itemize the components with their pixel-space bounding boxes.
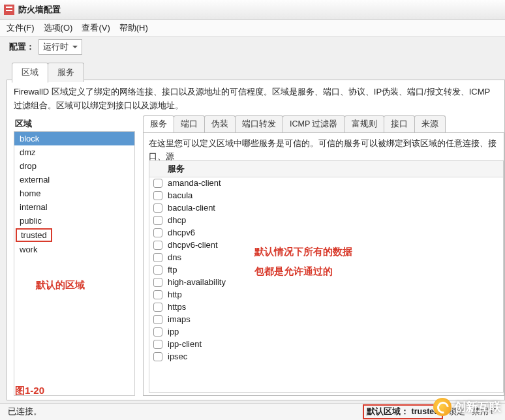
service-row[interactable]: http <box>149 288 503 301</box>
service-row[interactable]: bacula-client <box>149 202 503 214</box>
service-name: bacula-client <box>168 203 215 213</box>
service-name: bacula <box>168 190 192 200</box>
service-side: 服务 端口 伪装 端口转发 ICMP 过滤器 富规则 接口 来源 在这里您可以定… <box>143 115 504 396</box>
status-default-zone: 默认区域： trusted <box>363 404 443 419</box>
service-checkbox[interactable] <box>153 253 162 262</box>
status-lock-button[interactable]: 锁定 <box>447 406 467 418</box>
inner-tabs: 服务 端口 伪装 端口转发 ICMP 过滤器 富规则 接口 来源 <box>143 115 504 133</box>
service-name: high-availability <box>168 277 226 287</box>
service-row[interactable]: amanda-client <box>149 177 503 189</box>
inner-tab-services[interactable]: 服务 <box>143 115 174 134</box>
tab-zones[interactable]: 区域 <box>12 63 48 83</box>
service-checkbox[interactable] <box>153 315 162 324</box>
zone-description: FirewallD 区域定义了绑定的网络连接、接口以及源地址的可信程度。区域是服… <box>14 85 498 113</box>
service-name: https <box>168 302 186 312</box>
menu-bar: 文件(F) 选项(O) 查看(V) 帮助(H) <box>0 20 505 37</box>
config-toolbar: 配置： 运行时 <box>0 37 505 57</box>
title-bar: 防火墙配置 <box>0 0 505 20</box>
inner-tab-rich-rules[interactable]: 富规则 <box>344 115 384 133</box>
zone-item-internal[interactable]: internal <box>14 200 134 214</box>
zones-panel: FirewallD 区域定义了绑定的网络连接、接口以及源地址的可信程度。区域是服… <box>7 80 505 400</box>
tab-services[interactable]: 服务 <box>48 63 84 82</box>
zone-item-home[interactable]: home <box>14 187 134 200</box>
service-name: amanda-client <box>168 178 221 188</box>
zone-item-drop[interactable]: drop <box>14 159 134 173</box>
service-checkbox[interactable] <box>153 228 162 237</box>
inner-tab-icmp-filter[interactable]: ICMP 过滤器 <box>283 115 345 133</box>
inner-tab-masquerade[interactable]: 伪装 <box>204 115 236 133</box>
zone-list[interactable]: blockdmzdropexternalhomeinternalpublictr… <box>14 131 135 396</box>
service-row[interactable]: dns <box>149 251 503 263</box>
status-bar: 已连接。 默认区域： trusted 锁定 禁用 F <box>0 403 505 420</box>
status-disable-button[interactable]: 禁用 F <box>470 406 497 418</box>
service-checkbox[interactable] <box>153 278 162 287</box>
config-select-value: 运行时 <box>43 41 69 53</box>
app-title: 防火墙配置 <box>18 4 61 16</box>
config-label: 配置： <box>9 41 35 53</box>
app-icon <box>4 5 14 15</box>
service-name: dhcpv6 <box>168 228 195 237</box>
service-row[interactable]: ipp-client <box>149 338 503 350</box>
config-select[interactable]: 运行时 <box>38 39 82 55</box>
service-checkbox[interactable] <box>153 191 162 200</box>
service-checkbox[interactable] <box>153 303 162 312</box>
menu-options[interactable]: 选项(O) <box>44 22 73 34</box>
service-row[interactable]: ipp <box>149 325 503 338</box>
inner-tab-interfaces[interactable]: 接口 <box>384 115 415 133</box>
service-name: ipp-client <box>168 339 202 349</box>
service-checkbox[interactable] <box>153 265 162 275</box>
zone-item-external[interactable]: external <box>14 173 134 187</box>
zone-side: 区域 blockdmzdropexternalhomeinternalpubli… <box>14 115 135 396</box>
service-name: ipsec <box>168 352 187 361</box>
service-checkbox[interactable] <box>153 216 162 225</box>
zone-item-public[interactable]: public <box>14 214 134 228</box>
zone-item-block[interactable]: block <box>14 132 134 145</box>
service-name: ipp <box>168 327 179 337</box>
services-description: 在这里您可以定义区域中哪些服务是可信的。可信的服务可以被绑定到该区域的任意连接、… <box>149 137 498 162</box>
service-name: http <box>168 290 182 299</box>
service-row[interactable]: ftp <box>149 263 503 276</box>
service-checkbox[interactable] <box>153 241 162 250</box>
services-rows[interactable]: amanda-clientbaculabacula-clientdhcpdhcp… <box>149 177 503 392</box>
inner-tab-ports[interactable]: 端口 <box>174 115 205 133</box>
service-row[interactable]: dhcp <box>149 214 503 226</box>
inner-tab-port-forward[interactable]: 端口转发 <box>235 115 283 133</box>
service-row[interactable]: dhcpv6 <box>149 226 503 239</box>
outer-tabs: 区域 服务 <box>0 63 505 82</box>
service-name: ftp <box>168 265 177 275</box>
service-row[interactable]: https <box>149 301 503 313</box>
service-name: dhcpv6-client <box>168 240 218 250</box>
inner-tab-sources[interactable]: 来源 <box>414 115 446 133</box>
service-row[interactable]: bacula <box>149 189 503 202</box>
services-col-header: 服务 <box>149 161 503 177</box>
services-table: 服务 amanda-clientbaculabacula-clientdhcpd… <box>149 160 504 393</box>
service-row[interactable]: imaps <box>149 313 503 325</box>
status-connected: 已连接。 <box>8 406 42 417</box>
service-checkbox[interactable] <box>153 340 162 349</box>
menu-help[interactable]: 帮助(H) <box>119 22 148 34</box>
service-row[interactable]: dhcpv6-client <box>149 239 503 251</box>
service-name: dhcp <box>168 215 186 225</box>
zone-item-work[interactable]: work <box>14 243 134 256</box>
zone-item-trusted[interactable]: trusted <box>16 228 52 242</box>
zone-heading: 区域 <box>15 118 135 130</box>
service-checkbox[interactable] <box>153 327 162 337</box>
service-checkbox[interactable] <box>153 179 162 188</box>
services-subpanel: 在这里您可以定义区域中哪些服务是可信的。可信的服务可以被绑定到该区域的任意连接、… <box>143 132 504 396</box>
service-row[interactable]: high-availability <box>149 276 503 288</box>
menu-file[interactable]: 文件(F) <box>7 22 35 34</box>
service-checkbox[interactable] <box>153 203 162 213</box>
service-checkbox[interactable] <box>153 352 162 361</box>
service-name: dns <box>168 252 181 262</box>
service-name: imaps <box>168 314 191 324</box>
zone-item-dmz[interactable]: dmz <box>14 145 134 159</box>
service-checkbox[interactable] <box>153 290 162 299</box>
service-row[interactable]: ipsec <box>149 350 503 363</box>
menu-view[interactable]: 查看(V) <box>82 22 110 34</box>
